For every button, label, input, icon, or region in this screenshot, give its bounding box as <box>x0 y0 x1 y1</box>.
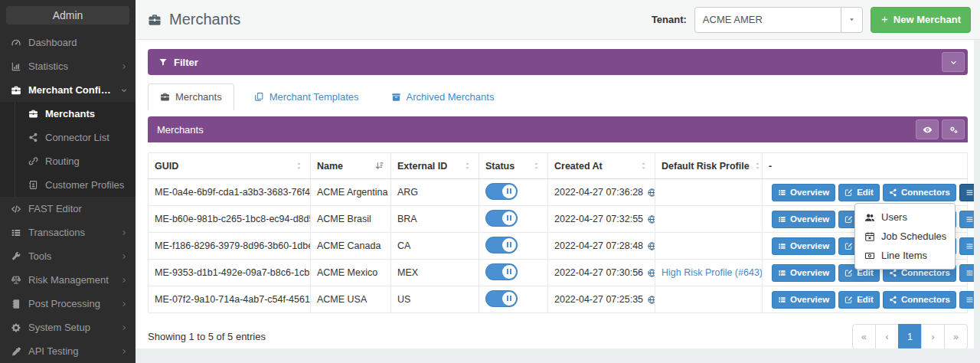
tenant-select[interactable]: ACME AMER <box>694 7 863 33</box>
sidebar-item-system-setup[interactable]: System Setup <box>0 316 136 339</box>
list-icon <box>11 227 21 238</box>
col-header-label: External ID <box>397 161 447 172</box>
filter-collapse-button[interactable] <box>942 52 965 72</box>
page-title: Merchants <box>169 11 240 28</box>
more-button[interactable]: More <box>959 211 974 228</box>
more-button[interactable]: More <box>959 264 974 282</box>
page-first-button[interactable]: « <box>852 324 876 348</box>
caltimes-icon <box>864 231 875 242</box>
tab-merchant-templates[interactable]: Merchant Templates <box>242 83 371 110</box>
col-header-guid[interactable]: GUID <box>149 153 311 179</box>
admin-menu-button[interactable]: Admin <box>6 6 129 25</box>
connectors-button[interactable]: Connectors <box>883 291 956 309</box>
col-header-external-id[interactable]: External ID <box>391 153 479 179</box>
col-header-default-risk-profile[interactable]: Default Risk Profile <box>655 153 763 179</box>
page-number-button[interactable]: 1 <box>898 324 922 348</box>
pencilsq-icon <box>844 242 853 250</box>
merchants-panel: Merchants GUIDNameExternal IDStatusCreat… <box>148 116 968 348</box>
globe-icon <box>647 241 655 251</box>
dropdown-item-job-schedules[interactable]: Job Schedules <box>855 227 955 246</box>
briefcase-icon <box>148 13 162 27</box>
overview-button[interactable]: Overview <box>772 237 835 255</box>
sidebar-item-post-processing[interactable]: Post Processing <box>0 292 136 316</box>
sidebar-item-dashboard[interactable]: Dashboard <box>0 31 136 54</box>
sidebar: Admin DashboardStatisticsMerchant Config… <box>0 0 136 363</box>
pagination: «‹1›» <box>852 324 968 348</box>
bars-icon <box>965 215 974 224</box>
sidebar-item-label: Post Processing <box>28 298 113 309</box>
edit-button[interactable]: Edit <box>838 291 880 309</box>
more-button[interactable]: More <box>959 291 974 309</box>
copy-icon <box>254 92 264 102</box>
page-last-button[interactable]: » <box>944 324 968 348</box>
page-prev-button[interactable]: ‹ <box>875 324 899 348</box>
action-button-label: Connectors <box>901 188 950 197</box>
pause-icon <box>502 238 516 252</box>
created-at-value: 2022-04-27 07:28:48 <box>554 240 643 251</box>
col-header-name[interactable]: Name <box>311 153 391 179</box>
tab-archived-merchants[interactable]: Archived Merchants <box>379 83 507 110</box>
sidebar-item-statistics[interactable]: Statistics <box>0 54 136 78</box>
sidebar-item-connector-list[interactable]: Connector List <box>0 126 136 149</box>
col-header-label: Default Risk Profile <box>662 161 750 172</box>
entries-summary: Showing 1 to 5 of 5 entries <box>148 331 266 342</box>
tenant-select-caret[interactable] <box>841 8 862 32</box>
sidebar-item-label: Dashboard <box>28 37 128 48</box>
created-at-value: 2022-04-27 07:36:28 <box>554 187 643 198</box>
overview-button[interactable]: Overview <box>772 184 835 201</box>
dropdown-item-line-items[interactable]: Line Items <box>855 246 955 265</box>
status-toggle[interactable] <box>485 263 518 280</box>
filter-bar[interactable]: Filter <box>148 49 968 75</box>
overview-button[interactable]: Overview <box>772 211 835 228</box>
column-visibility-button[interactable] <box>916 119 939 139</box>
connectors-button[interactable]: Connectors <box>883 184 956 201</box>
col-header-status[interactable]: Status <box>479 153 548 179</box>
more-button[interactable]: More <box>959 237 974 255</box>
table-row: ME-b60e-981b-c265-1bc8-ec94-d8d5ACME Bra… <box>149 206 968 233</box>
pencilsq-icon <box>844 188 853 197</box>
briefcase-icon <box>11 85 21 96</box>
sidebar-item-merchant-configuration[interactable]: Merchant Configuration <box>0 78 136 102</box>
new-merchant-button[interactable]: New Merchant <box>871 7 971 33</box>
sidebar-item-routing[interactable]: Routing <box>0 149 136 173</box>
merchant-guid: ME-f186-8296-3979-8d96-3b60-1dbe <box>155 240 311 251</box>
sidebar-item-api-testing[interactable]: API Testing <box>0 339 136 363</box>
status-toggle[interactable] <box>485 183 518 200</box>
chevr-icon <box>120 253 128 260</box>
status-toggle[interactable] <box>485 237 518 253</box>
merchant-name: ACME Mexico <box>317 267 377 278</box>
more-button[interactable]: More <box>959 184 974 201</box>
sidebar-item-fast-editor[interactable]: FAST Editor <box>0 197 136 221</box>
list-icon <box>778 269 786 277</box>
sidebar-item-transactions[interactable]: Transactions <box>0 221 136 244</box>
status-toggle[interactable] <box>485 210 518 227</box>
merchant-name: ACME USA <box>317 294 367 305</box>
action-button-label: Overview <box>790 188 829 197</box>
col-header-created-at[interactable]: Created At <box>548 153 655 179</box>
sidebar-item-tools[interactable]: Tools <box>0 244 136 268</box>
sort-icon <box>639 161 648 171</box>
sidebar-item-risk-management[interactable]: Risk Management <box>0 268 136 292</box>
status-toggle[interactable] <box>485 290 518 307</box>
sidebar-item-label: Tools <box>28 250 113 262</box>
sidebar-item-merchants[interactable]: Merchants <box>0 102 136 126</box>
page-button-label: « <box>861 332 867 342</box>
tab-merchants[interactable]: Merchants <box>148 83 234 110</box>
table-row: ME-9353-d1b1-492e-09a7-b8c6-1cbaACME Mex… <box>149 260 968 286</box>
overview-button[interactable]: Overview <box>772 291 835 309</box>
sort-icon <box>462 161 472 171</box>
page-button-label: ‹ <box>885 332 888 342</box>
overview-button[interactable]: Overview <box>772 264 835 282</box>
tenant-label: Tenant: <box>652 14 687 25</box>
dropdown-item-users[interactable]: Users <box>855 208 955 227</box>
filter-label: Filter <box>174 57 198 68</box>
merchant-guid: ME-0a4e-6b9f-cda1-a3b3-3683-76f4 <box>155 187 310 198</box>
col-header-label: - <box>769 161 772 172</box>
edit-button[interactable]: Edit <box>838 184 880 201</box>
sidebar-item-label: API Testing <box>28 345 113 357</box>
risk-profile-link[interactable]: High Risk Profile (#643) <box>662 267 763 278</box>
chevr-icon <box>120 229 128 237</box>
table-settings-button[interactable] <box>942 119 965 139</box>
sidebar-item-customer-profiles[interactable]: Customer Profiles <box>0 173 136 197</box>
page-next-button[interactable]: › <box>921 324 945 348</box>
